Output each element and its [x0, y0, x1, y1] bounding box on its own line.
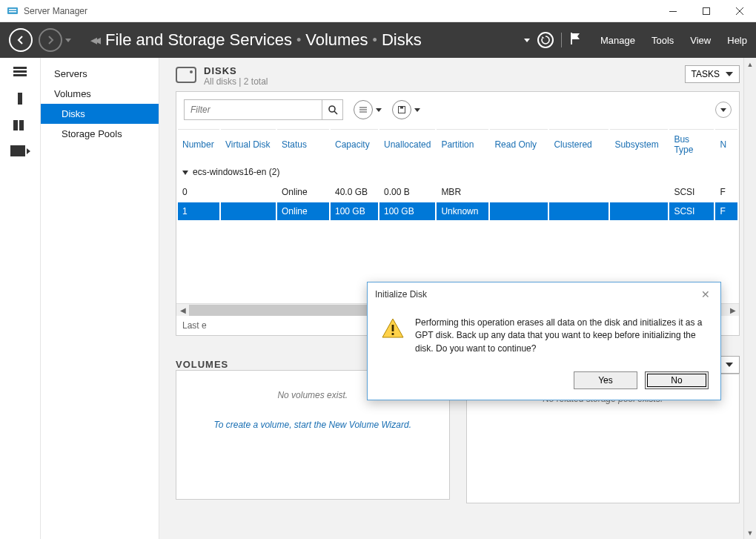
nav-forward-button[interactable]: [39, 28, 62, 52]
chevrons-icon: ◂◂: [90, 32, 98, 48]
table-row[interactable]: 0 Online 40.0 GB 0.00 B MBR SCSI F: [178, 183, 737, 201]
svg-rect-21: [392, 325, 394, 331]
notifications-flag-icon[interactable]: [569, 32, 581, 48]
svg-rect-2: [9, 11, 16, 13]
disks-section-title: DISKS: [204, 65, 677, 76]
col-partition[interactable]: Partition: [437, 129, 488, 159]
col-unallocated[interactable]: Unallocated: [379, 129, 435, 159]
group-label: ecs-windows16-en (2): [193, 167, 279, 177]
rail: [0, 58, 41, 539]
cell-name: F: [715, 202, 737, 220]
col-readonly[interactable]: Read Only: [490, 129, 548, 159]
vertical-scrollbar[interactable]: ▲▼: [743, 58, 756, 539]
svg-rect-3: [669, 11, 677, 12]
breadcrumb-file-storage[interactable]: File and Storage Services: [105, 30, 292, 50]
dialog-no-button[interactable]: No: [645, 371, 709, 389]
dialog-title: Initialize Disk: [375, 289, 427, 300]
col-subsystem[interactable]: Subsystem: [610, 129, 668, 159]
svg-rect-10: [13, 74, 27, 76]
cell-unallocated: 0.00 B: [379, 183, 435, 201]
svg-rect-9: [13, 70, 27, 73]
cell-subsystem: [610, 202, 668, 220]
rail-dashboard-icon[interactable]: [11, 65, 29, 79]
svg-rect-0: [7, 7, 18, 14]
svg-rect-11: [18, 93, 22, 105]
filter-input[interactable]: [185, 105, 322, 115]
filter-input-wrapper: [184, 99, 343, 120]
initialize-disk-dialog: Initialize Disk ✕ Performing this operat…: [367, 282, 721, 400]
maximize-button[interactable]: [689, 0, 723, 22]
cell-partition: Unknown: [437, 202, 488, 220]
rail-file-storage-icon[interactable]: [10, 145, 30, 156]
svg-line-15: [334, 111, 337, 114]
cell-clustered: [549, 202, 609, 220]
breadcrumb-disks[interactable]: Disks: [382, 30, 422, 50]
minimize-button[interactable]: [656, 0, 689, 22]
cell-capacity: 100 GB: [331, 202, 378, 220]
caret-down-icon: [414, 108, 420, 112]
disks-tasks-button[interactable]: TASKS: [685, 65, 740, 83]
main-content: ▲▼ DISKS All disks | 2 total TASKS: [159, 58, 756, 539]
col-capacity[interactable]: Capacity: [331, 129, 378, 159]
nav-item-servers[interactable]: Servers: [41, 64, 159, 84]
filter-options-button[interactable]: [354, 100, 382, 119]
filter-save-button[interactable]: [392, 100, 420, 119]
filter-search-button[interactable]: [322, 100, 342, 119]
menu-tools[interactable]: Tools: [651, 35, 674, 46]
caret-down-icon: [726, 72, 733, 76]
breadcrumb-sep-icon: •: [373, 33, 377, 48]
nav-history-caret-icon[interactable]: [65, 39, 71, 42]
expand-collapse-button[interactable]: [715, 102, 732, 118]
disks-table: Number Virtual Disk Status Capacity Unal…: [176, 128, 739, 222]
col-status[interactable]: Status: [277, 129, 329, 159]
svg-rect-12: [13, 120, 18, 130]
dialog-yes-button[interactable]: Yes: [574, 371, 637, 389]
volumes-section-title: VOLUMES: [176, 359, 394, 370]
svg-rect-13: [19, 120, 24, 130]
menu-view[interactable]: View: [690, 35, 711, 46]
close-button[interactable]: [723, 0, 756, 22]
menu-manage[interactable]: Manage: [600, 35, 635, 46]
refresh-button[interactable]: [537, 32, 554, 48]
svg-rect-8: [13, 67, 27, 69]
nav-item-storage-pools[interactable]: Storage Pools: [41, 124, 159, 144]
cell-name: F: [715, 183, 737, 201]
nav-item-disks[interactable]: Disks: [41, 104, 159, 124]
col-bustype[interactable]: Bus Type: [669, 129, 714, 159]
new-volume-wizard-link[interactable]: To create a volume, start the New Volume…: [214, 420, 411, 430]
dialog-text: Performing this operation erases all dat…: [415, 317, 707, 355]
nav-item-volumes[interactable]: Volumes: [41, 84, 159, 104]
cell-number: 0: [178, 183, 219, 201]
chevron-down-icon: [182, 171, 188, 175]
caret-down-icon: [726, 363, 733, 367]
cell-subsystem: [610, 183, 668, 201]
group-row[interactable]: ecs-windows16-en (2): [178, 161, 737, 182]
rail-local-server-icon[interactable]: [11, 92, 29, 105]
svg-rect-20: [400, 107, 403, 109]
tasks-label: TASKS: [692, 69, 720, 79]
nav-back-button[interactable]: [9, 28, 33, 52]
dialog-close-button[interactable]: ✕: [698, 288, 713, 300]
window-title: Server Manager: [24, 6, 87, 16]
cell-number: 1: [178, 202, 219, 220]
separator: [561, 33, 562, 47]
cell-partition: MBR: [437, 183, 488, 201]
filter-save-icon: [392, 100, 411, 119]
breadcrumb-sep-icon: •: [296, 33, 301, 48]
caret-down-icon: [376, 108, 382, 112]
cell-readonly: [490, 183, 548, 201]
rail-all-servers-icon[interactable]: [11, 119, 29, 132]
cell-unallocated: 100 GB: [379, 202, 435, 220]
app-icon: [6, 4, 19, 18]
svg-rect-4: [703, 7, 709, 14]
col-name[interactable]: N: [715, 129, 737, 159]
breadcrumb-volumes[interactable]: Volumes: [305, 30, 368, 50]
table-row[interactable]: 1 Online 100 GB 100 GB Unknown SCSI F: [178, 202, 737, 220]
svg-point-14: [329, 106, 335, 112]
header-dropdown-caret-icon[interactable]: [524, 39, 530, 42]
col-number[interactable]: Number: [178, 129, 219, 159]
svg-rect-22: [392, 333, 394, 335]
col-virtual-disk[interactable]: Virtual Disk: [221, 129, 276, 159]
col-clustered[interactable]: Clustered: [549, 129, 609, 159]
menu-help[interactable]: Help: [727, 35, 747, 46]
